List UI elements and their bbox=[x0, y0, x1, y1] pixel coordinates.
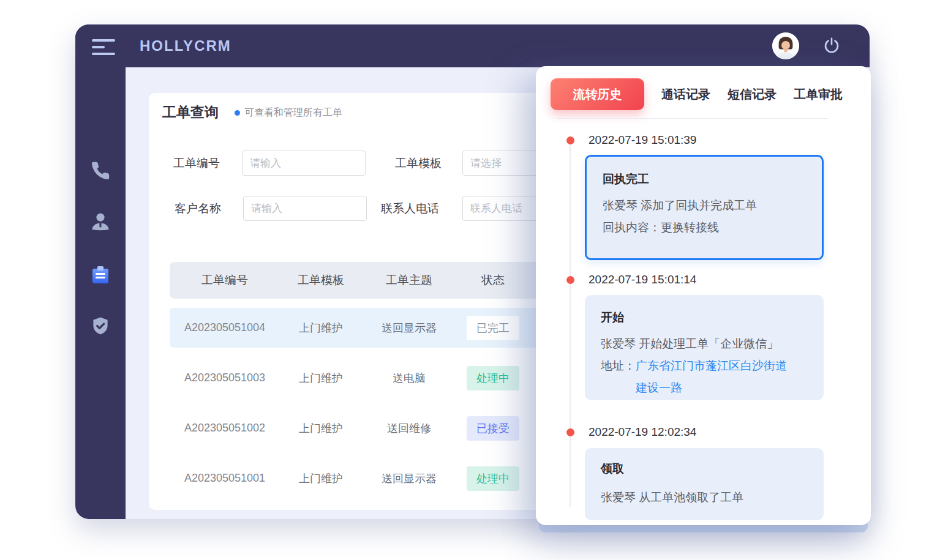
customer-input[interactable] bbox=[243, 196, 367, 221]
order-no-input[interactable] bbox=[242, 151, 366, 176]
timeline-dot bbox=[566, 428, 574, 436]
timeline-card-title: 领取 bbox=[601, 461, 808, 477]
page-subtitle: 可查看和管理所有工单 bbox=[244, 106, 342, 119]
template-select-placeholder: 请选择 bbox=[470, 156, 502, 170]
status-badge: 已接受 bbox=[467, 416, 519, 441]
phone-icon bbox=[90, 160, 111, 181]
timeline-timestamp: 2022-07-19 15:01:39 bbox=[589, 132, 696, 148]
timeline-dot bbox=[566, 276, 574, 284]
timeline-dot bbox=[566, 136, 574, 144]
workorder-detail-panel: 流转历史 通话记录 短信记录 工单审批 2022-07-19 15:01:39 … bbox=[536, 66, 871, 525]
user-avatar[interactable] bbox=[772, 32, 799, 59]
tabs-divider bbox=[557, 118, 828, 119]
power-icon[interactable] bbox=[822, 37, 841, 55]
template-label: 工单模板 bbox=[395, 151, 442, 176]
tab-sms-records[interactable]: 短信记录 bbox=[728, 86, 777, 103]
clipboard-icon bbox=[90, 264, 111, 285]
menu-toggle-icon[interactable] bbox=[92, 39, 115, 55]
timeline-card-claimed: 领取 张爱琴 从工单池领取了工单 bbox=[585, 448, 824, 520]
timeline-timestamp: 2022-07-19 15:01:14 bbox=[589, 272, 696, 288]
customer-label: 客户名称 bbox=[175, 196, 221, 221]
col-header-order-no: 工单编号 bbox=[170, 272, 280, 288]
sidebar-item-calls[interactable] bbox=[75, 160, 126, 181]
sidebar-item-customers[interactable] bbox=[75, 211, 126, 233]
timeline-card-title: 开始 bbox=[601, 310, 808, 326]
col-header-template: 工单模板 bbox=[280, 272, 362, 288]
status-badge: 已完工 bbox=[467, 316, 519, 340]
sidebar-item-workorders[interactable] bbox=[75, 264, 126, 285]
timeline-card-title: 回执完工 bbox=[603, 171, 806, 187]
timeline-timestamp: 2022-07-19 12:02:34 bbox=[589, 424, 696, 440]
order-no-label: 工单编号 bbox=[173, 151, 220, 176]
subtitle-dot bbox=[235, 110, 240, 116]
tab-call-records[interactable]: 通话记录 bbox=[661, 86, 710, 103]
phone-label: 联系人电话 bbox=[381, 196, 439, 221]
tab-flow-history[interactable]: 流转历史 bbox=[551, 78, 644, 110]
col-header-topic: 工单主题 bbox=[362, 272, 456, 288]
status-badge: 处理中 bbox=[467, 466, 519, 491]
user-icon bbox=[89, 211, 111, 233]
address-label: 地址： bbox=[601, 355, 636, 399]
shield-icon bbox=[90, 316, 111, 337]
sidebar-item-security[interactable] bbox=[75, 316, 126, 337]
screenshot-stage: HOLLYCRM bbox=[0, 0, 929, 560]
timeline-card-text: 张爱琴 添加了回执并完成工单 bbox=[603, 195, 806, 217]
detail-tabs: 流转历史 通话记录 短信记录 工单审批 bbox=[551, 78, 843, 110]
tab-approval[interactable]: 工单审批 bbox=[794, 86, 843, 103]
app-logo: HOLLYCRM bbox=[140, 24, 231, 67]
page-title: 工单查询 bbox=[162, 103, 219, 122]
timeline-card-completed: 回执完工 张爱琴 添加了回执并完成工单 回执内容：更换转接线 bbox=[585, 155, 824, 260]
timeline-card-start: 开始 张爱琴 开始处理工单「企业微信」 地址： 广东省江门市蓬江区白沙街道建设一… bbox=[585, 295, 824, 400]
col-header-status: 状态 bbox=[456, 272, 530, 288]
address-link[interactable]: 广东省江门市蓬江区白沙街道建设一路 bbox=[636, 355, 794, 399]
timeline-line bbox=[570, 140, 571, 507]
timeline-card-text: 回执内容：更换转接线 bbox=[603, 217, 806, 239]
timeline-card-text: 张爱琴 从工单池领取了工单 bbox=[601, 487, 808, 509]
status-badge: 处理中 bbox=[467, 366, 519, 390]
timeline-card-text: 张爱琴 开始处理工单「企业微信」 bbox=[601, 333, 808, 355]
